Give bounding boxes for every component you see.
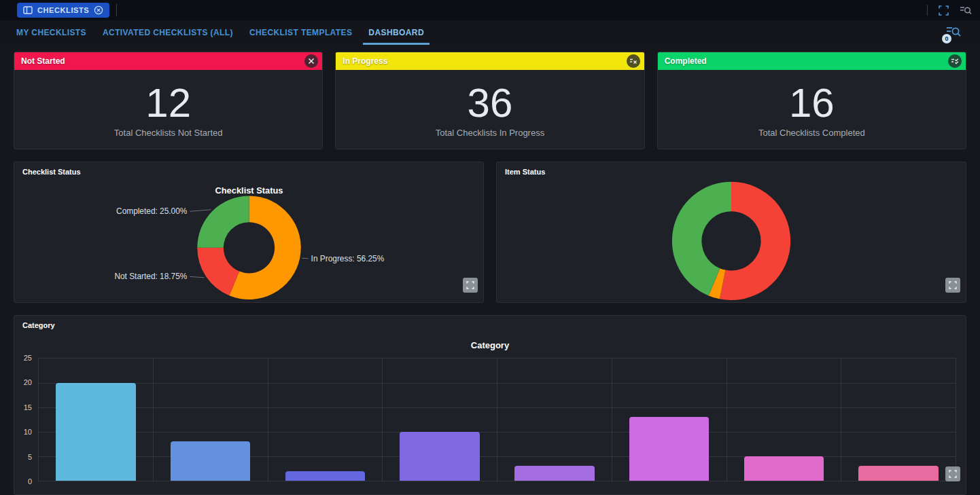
- fullscreen-icon[interactable]: [939, 5, 949, 16]
- tab-dashboard[interactable]: DASHBOARD: [363, 20, 430, 45]
- donut-label: In Progress: 56.25%: [311, 254, 385, 263]
- tab-bar: MY CHECKLISTS ACTIVATED CHECKLISTS (ALL)…: [0, 20, 980, 45]
- bar-1[interactable]: [56, 383, 135, 481]
- tab-activated-checklists[interactable]: ACTIVATED CHECKLISTS (ALL): [97, 20, 239, 45]
- panel-header: Checklist Status: [22, 168, 81, 176]
- stat-value: 36: [468, 83, 513, 124]
- donut-slice-completed[interactable]: [197, 196, 249, 248]
- bar-4[interactable]: [400, 432, 479, 481]
- item-status-panel: Item Status: [496, 162, 966, 303]
- y-axis-tick: 0: [14, 477, 32, 485]
- stat-caption: Total Checklists In Progress: [436, 128, 544, 138]
- search-list-icon[interactable]: [960, 5, 972, 15]
- label-leader-line: [190, 276, 204, 277]
- checklist-status-panel: Checklist Status Completed: 25.00%In Pro…: [14, 162, 484, 303]
- stat-card-header: Not Started: [14, 52, 322, 70]
- tab-checklist-templates[interactable]: CHECKLIST TEMPLATES: [244, 20, 357, 45]
- checklists-window-tab[interactable]: CHECKLISTS: [17, 3, 109, 18]
- donut-label: Completed: 25.00%: [116, 206, 188, 216]
- bar-chart: 0510152025: [14, 316, 966, 494]
- panel-header: Item Status: [505, 168, 545, 176]
- stat-value: 12: [145, 83, 191, 124]
- bar-column: [268, 359, 383, 481]
- y-axis-tick: 25: [14, 354, 32, 362]
- count-badge: 0: [942, 34, 951, 43]
- bar-plot-area: [38, 358, 956, 481]
- bar-8[interactable]: [858, 466, 938, 481]
- stat-caption: Total Checklists Not Started: [114, 128, 223, 138]
- bar-7[interactable]: [744, 456, 824, 481]
- y-axis-tick: 5: [14, 453, 32, 461]
- close-circle-icon[interactable]: [94, 5, 103, 15]
- bar-5[interactable]: [514, 466, 594, 481]
- window-tab-separator: [116, 4, 117, 16]
- window-layout-icon: [23, 6, 33, 14]
- stat-card-title: Not Started: [21, 56, 65, 66]
- stat-card-title: In Progress: [343, 56, 387, 66]
- bar-2[interactable]: [171, 441, 250, 481]
- checklist-status-donut-chart: Completed: 25.00%In Progress: 56.25%Not …: [14, 162, 483, 302]
- stat-card-header: Completed: [658, 52, 966, 70]
- bar-column: [383, 359, 497, 481]
- list-x-icon[interactable]: [627, 54, 640, 68]
- stat-caption: Total Checklists Completed: [758, 128, 865, 138]
- bar-column: [154, 359, 268, 481]
- bar-column: [727, 359, 842, 481]
- item-status-donut-chart: [497, 162, 966, 302]
- category-panel: Category Category 0510152025: [14, 315, 966, 495]
- stat-card-header: In Progress: [336, 52, 644, 70]
- stat-card-title: Completed: [665, 56, 707, 66]
- filter-search-icon[interactable]: 0: [946, 26, 961, 40]
- top-window-bar: CHECKLISTS: [0, 0, 980, 20]
- chart-title: Checklist Status: [215, 185, 283, 196]
- stat-card-completed: Completed 16 Total Checklists Completed: [657, 52, 966, 149]
- bar-column: [497, 359, 612, 481]
- panel-header: Category: [22, 321, 55, 329]
- stat-value: 16: [789, 83, 835, 124]
- y-axis-tick: 10: [14, 428, 32, 436]
- bar-column: [841, 359, 956, 481]
- bar-column: [39, 359, 154, 481]
- window-tab-label: CHECKLISTS: [37, 6, 89, 14]
- expand-icon[interactable]: [945, 278, 960, 293]
- donut-label: Not Started: 18.75%: [114, 272, 187, 281]
- y-axis-tick: 15: [14, 403, 32, 411]
- topbar-separator: [927, 5, 928, 16]
- bar-6[interactable]: [629, 417, 709, 481]
- bar-3[interactable]: [285, 471, 365, 481]
- tab-my-checklists[interactable]: MY CHECKLISTS: [11, 20, 92, 45]
- label-leader-line: [190, 210, 211, 212]
- y-axis-tick: 20: [14, 378, 32, 386]
- list-check-icon[interactable]: [948, 54, 962, 68]
- close-icon[interactable]: [304, 54, 318, 68]
- stat-card-in-progress: In Progress 36 Total Checklists In Progr…: [335, 52, 644, 149]
- bar-column: [612, 359, 727, 481]
- expand-icon[interactable]: [463, 278, 478, 293]
- stat-card-not-started: Not Started 12 Total Checklists Not Star…: [14, 52, 323, 149]
- expand-icon[interactable]: [945, 466, 960, 481]
